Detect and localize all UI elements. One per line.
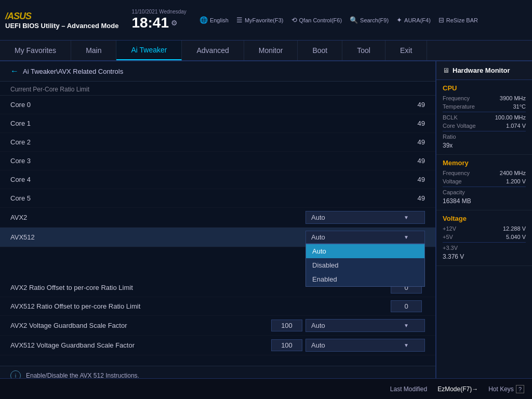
cpu-voltage-value: 1.074 V — [506, 123, 526, 129]
cpu-ratio-value: 39x — [443, 142, 526, 149]
avx512-ratio-input[interactable] — [391, 300, 422, 312]
hw-divider-3 — [443, 187, 526, 187]
mem-voltage-value: 1.200 V — [506, 178, 526, 184]
datetime-area: 11/10/2021 Wednesday 18:41 ⚙ — [131, 9, 186, 31]
resize-bar-btn[interactable]: ⊟ ReSize BAR — [438, 16, 478, 24]
tab-main[interactable]: Main — [71, 41, 116, 60]
tab-tool[interactable]: Tool — [342, 41, 385, 60]
help-icon: ? — [516, 385, 524, 393]
avx2-dropdown-container: Auto ▼ — [305, 211, 425, 224]
top-icons: 🌐 English ☰ MyFavorite(F3) ⟲ Qfan Contro… — [200, 16, 478, 24]
avx512-selected-value: Auto — [311, 233, 325, 241]
mem-voltage-row: Voltage 1.200 V — [443, 178, 526, 184]
fan-icon: ⟲ — [291, 16, 297, 24]
avx512-row: AVX512 Auto ▼ Auto Disabled Enabled — [0, 228, 435, 247]
mem-freq-row: Frequency 2400 MHz — [443, 170, 526, 176]
avx512-voltage-dropdown[interactable]: Auto ▼ — [305, 339, 425, 352]
avx2-label: AVX2 — [10, 214, 305, 221]
info-text: Enable/Disable the AVX 512 Instructions. — [26, 372, 139, 378]
avx512-option-auto[interactable]: Auto — [306, 244, 424, 258]
last-modified-btn[interactable]: Last Modified — [390, 385, 427, 393]
info-bar: i Enable/Disable the AVX 512 Instruction… — [0, 366, 435, 378]
cpu-freq-value: 3900 MHz — [500, 95, 526, 101]
avx2-voltage-chevron-down-icon: ▼ — [404, 323, 409, 328]
avx2-voltage-input[interactable] — [271, 320, 302, 331]
aura-btn[interactable]: ✦ AURA(F4) — [396, 16, 431, 24]
core-4-row: Core 4 49 — [0, 170, 435, 189]
core-3-row: Core 3 49 — [0, 152, 435, 170]
language-label: English — [210, 17, 229, 23]
voltage-section: Voltage +12V 12.288 V +5V 5.040 V +3.3V … — [436, 210, 532, 266]
core-5-label: Core 5 — [10, 194, 394, 202]
cpu-voltage-label: Core Voltage — [443, 123, 476, 129]
avx512-voltage-input[interactable] — [271, 339, 302, 351]
back-button[interactable]: ← — [10, 66, 19, 76]
avx2-row: AVX2 Auto ▼ — [0, 208, 435, 228]
cpu-freq-row: Frequency 3900 MHz — [443, 95, 526, 101]
mem-voltage-label: Voltage — [443, 178, 462, 184]
avx512-option-disabled[interactable]: Disabled — [306, 258, 424, 272]
core-2-row: Core 2 49 — [0, 133, 435, 152]
qfan-control-btn[interactable]: ⟲ Qfan Control(F6) — [291, 16, 342, 24]
qfan-label: Qfan Control(F6) — [299, 17, 342, 23]
breadcrumb: ← Ai Tweaker\AVX Related Controls — [0, 61, 435, 82]
bios-title: UEFI BIOS Utility – Advanced Mode — [5, 22, 118, 30]
core-3-label: Core 3 — [10, 157, 394, 165]
avx512-chevron-down-icon: ▼ — [404, 234, 409, 240]
settings-icon[interactable]: ⚙ — [171, 19, 178, 27]
v33-label: +3.3V — [443, 245, 458, 251]
mem-capacity-value: 16384 MB — [443, 197, 526, 205]
main-content: ← Ai Tweaker\AVX Related Controls Curren… — [0, 61, 532, 378]
ez-mode-btn[interactable]: EzMode(F7)→ — [437, 385, 478, 393]
language-selector[interactable]: 🌐 English — [200, 16, 229, 24]
avx512-dropdown[interactable]: Auto ▼ — [305, 231, 425, 244]
avx2-selected-value: Auto — [311, 214, 325, 221]
core-0-row: Core 0 49 — [0, 96, 435, 114]
memory-section: Memory Frequency 2400 MHz Voltage 1.200 … — [436, 155, 532, 210]
tab-my-favorites[interactable]: My Favorites — [0, 41, 71, 60]
avx512-option-enabled[interactable]: Enabled — [306, 272, 424, 286]
resize-label: ReSize BAR — [446, 17, 478, 23]
aura-label: AURA(F4) — [404, 17, 431, 23]
v12-label: +12V — [443, 225, 456, 232]
memory-section-title: Memory — [443, 159, 526, 167]
core-1-row: Core 1 49 — [0, 114, 435, 133]
avx512-dropdown-menu: Auto Disabled Enabled — [305, 244, 425, 287]
core-3-value: 49 — [394, 157, 425, 165]
avx2-dropdown[interactable]: Auto ▼ — [305, 211, 425, 224]
search-icon: 🔍 — [350, 16, 358, 24]
cpu-section: CPU Frequency 3900 MHz Temperature 31°C … — [436, 80, 532, 155]
core-4-label: Core 4 — [10, 176, 394, 183]
tab-advanced[interactable]: Advanced — [182, 41, 244, 60]
search-btn[interactable]: 🔍 Search(F9) — [350, 16, 389, 24]
my-favorite-btn[interactable]: ☰ MyFavorite(F3) — [236, 16, 284, 24]
hw-divider-2 — [443, 131, 526, 131]
menu-icon: ☰ — [236, 16, 243, 24]
mem-freq-value: 2400 MHz — [500, 170, 526, 176]
hw-monitor-header: 🖥 Hardware Monitor — [436, 61, 532, 80]
v12-row: +12V 12.288 V — [443, 225, 526, 232]
avx2-voltage-label: AVX2 Voltage Guardband Scale Factor — [10, 322, 271, 329]
time-display: 18:41 — [131, 15, 169, 31]
avx2-voltage-dropdown[interactable]: Auto ▼ — [305, 319, 425, 332]
tab-exit[interactable]: Exit — [385, 41, 427, 60]
tab-ai-tweaker[interactable]: Ai Tweaker — [116, 41, 182, 60]
nav-bar: My Favorites Main Ai Tweaker Advanced Mo… — [0, 41, 532, 61]
hot-keys-btn[interactable]: Hot Keys ? — [488, 385, 524, 393]
avx512-voltage-label: AVX512 Voltage Guardband Scale Factor — [10, 341, 271, 349]
avx512-voltage-chevron-down-icon: ▼ — [404, 342, 409, 348]
cpu-bclk-value: 100.00 MHz — [495, 114, 526, 121]
mem-capacity-label: Capacity — [443, 189, 465, 195]
cpu-bclk-row: BCLK 100.00 MHz — [443, 114, 526, 121]
tab-monitor[interactable]: Monitor — [244, 41, 298, 60]
core-2-value: 49 — [394, 138, 425, 146]
hot-keys-label: Hot Keys — [488, 385, 514, 393]
core-0-label: Core 0 — [10, 101, 394, 109]
tab-boot[interactable]: Boot — [298, 41, 342, 60]
globe-icon: 🌐 — [200, 16, 208, 24]
avx512-ratio-row: AVX512 Ratio Offset to per-core Ratio Li… — [0, 297, 435, 316]
bottom-bar: Last Modified EzMode(F7)→ Hot Keys ? — [0, 378, 532, 399]
v33-row: +3.3V — [443, 245, 526, 251]
v33-value: 3.376 V — [443, 253, 526, 260]
monitor-icon: 🖥 — [443, 66, 449, 74]
